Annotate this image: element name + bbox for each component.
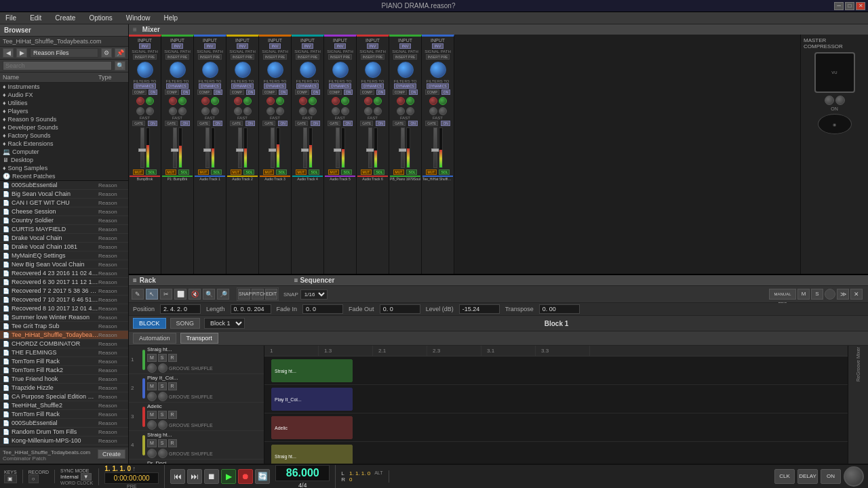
track-vol-knob[interactable] — [158, 449, 167, 458]
track-r-btn[interactable]: R — [168, 354, 177, 362]
fadeout-value[interactable]: 0. 0 — [380, 304, 420, 314]
menu-edit[interactable]: Edit — [27, 14, 44, 22]
browser-item[interactable]: 📄 MyMainEQ Settings Reason — [0, 251, 128, 260]
ch-gate-on-btn[interactable]: ON — [311, 121, 320, 126]
track-content-row-3[interactable]: Straig ht... — [264, 442, 848, 464]
ch-fader[interactable] — [205, 127, 210, 168]
ch-insert-btn[interactable]: INSERT PRE — [263, 54, 288, 60]
fadein-value[interactable]: 0. 0 — [302, 304, 343, 314]
ch-ratio-knob[interactable] — [178, 97, 186, 105]
ch-solo-btn[interactable]: SOL — [439, 169, 450, 175]
browser-item[interactable]: 📄 Drake Vocal Chain 1081 Reason — [0, 243, 128, 251]
seq-snap-btn[interactable]: SNAP — [238, 289, 250, 300]
cat-recent[interactable]: 🕐 Recent Patches — [0, 172, 128, 180]
record-display[interactable]: ○ — [28, 474, 39, 483]
ch-ratio-knob[interactable] — [276, 97, 284, 105]
ch-on-btn[interactable]: ON — [311, 89, 321, 95]
ch-inv-btn[interactable]: INV — [302, 43, 313, 49]
ch-main-knob[interactable] — [430, 62, 446, 78]
ch-ratio-knob[interactable] — [341, 97, 349, 105]
stop-btn[interactable]: ⏹ — [204, 469, 219, 484]
seq-tempo-knob[interactable] — [825, 289, 835, 300]
length-value[interactable]: 0. 0. 0. 204 — [231, 304, 271, 314]
ch-gate-on-btn[interactable]: ON — [148, 121, 157, 126]
ch-inv-btn[interactable]: INV — [334, 43, 345, 49]
ch-fader[interactable] — [433, 127, 437, 168]
seq-tool-select[interactable]: ↖ — [146, 289, 158, 300]
browser-forward-btn[interactable]: ▶ — [16, 48, 27, 58]
ch-insert-btn[interactable]: INSERT PRE — [426, 54, 450, 60]
track-r-btn[interactable]: R — [168, 439, 177, 447]
ch-insert-btn[interactable]: INSERT PRE — [133, 54, 157, 60]
track-block-0[interactable]: Straig ht... — [271, 359, 353, 382]
ch-release-knob[interactable] — [146, 107, 154, 115]
ch-main-knob[interactable] — [202, 62, 218, 78]
ch-main-knob[interactable] — [137, 62, 153, 78]
cat-computer[interactable]: 💻 Computer — [0, 148, 128, 156]
track-vol-knob[interactable] — [158, 363, 167, 373]
ch-threshold-knob[interactable] — [234, 97, 242, 105]
ch-release-knob[interactable] — [439, 107, 447, 115]
ch-mute-btn[interactable]: MUT — [165, 169, 177, 175]
ch-fader[interactable] — [173, 127, 177, 168]
on-btn[interactable]: ON — [821, 469, 841, 484]
seq-m-btn[interactable]: M — [797, 289, 810, 300]
ch-threshold-knob[interactable] — [397, 97, 405, 105]
cat-factory[interactable]: ♦ Factory Sounds — [0, 131, 128, 140]
browser-item[interactable]: 📄 CAN I GET WIT CHU Reason — [0, 199, 128, 207]
cat-audio-fx[interactable]: ♦ Audio FX — [0, 91, 128, 99]
ch-attack-knob[interactable] — [169, 107, 177, 115]
cat-players[interactable]: ♦ Players — [0, 107, 128, 115]
master-threshold-knob[interactable] — [825, 96, 834, 105]
ch-ratio-knob[interactable] — [211, 97, 219, 105]
track-block-1[interactable]: Play It_Col... — [271, 388, 353, 411]
ch-gate-on-btn[interactable]: ON — [213, 121, 222, 126]
ch-threshold-knob[interactable] — [136, 97, 144, 105]
ch-inv-btn[interactable]: INV — [269, 43, 280, 49]
ch-insert-btn[interactable]: INSERT PRE — [361, 54, 385, 60]
track-content-row-0[interactable]: Straig ht... — [264, 357, 848, 385]
ch-dyn-btn[interactable]: DYNAMICS — [394, 83, 416, 89]
cat-utilities[interactable]: ♦ Utilities — [0, 99, 128, 107]
ch-solo-btn[interactable]: SOL — [309, 169, 319, 175]
seq-track-2[interactable]: 3 Adelic M S R GROOVE SHUFFLE — [129, 403, 264, 431]
cat-song-samples[interactable]: ♦ Song Samples — [0, 164, 128, 172]
track-pan-knob[interactable] — [147, 392, 157, 401]
ch-gate-on-btn[interactable]: ON — [278, 121, 288, 126]
ch-attack-knob[interactable] — [364, 107, 372, 115]
menu-help[interactable]: Help — [161, 14, 180, 22]
ch-insert-btn[interactable]: INSERT PRE — [198, 54, 222, 60]
ch-inv-btn[interactable]: INV — [399, 43, 410, 49]
menu-options[interactable]: Options — [86, 14, 115, 22]
browser-item[interactable]: 📄 Summer love Winter Reason Reason — [0, 313, 128, 322]
browser-search-btn[interactable]: 🔍 — [115, 61, 125, 70]
track-content-row-2[interactable]: Adelic — [264, 413, 848, 442]
ch-threshold-knob[interactable] — [267, 97, 275, 105]
ch-release-knob[interactable] — [276, 107, 284, 115]
ch-insert-btn[interactable]: INSERT PRE — [165, 54, 190, 60]
seq-close-btn[interactable]: ✕ — [850, 289, 863, 300]
ch-attack-knob[interactable] — [332, 107, 340, 115]
ch-main-knob[interactable] — [235, 62, 251, 78]
position-value[interactable]: 2. 4. 2. 0 — [160, 304, 201, 314]
rewind-btn[interactable]: ⏮ — [170, 469, 185, 484]
ch-dyn-btn[interactable]: DYNAMICS — [427, 83, 448, 89]
ch-solo-btn[interactable]: SOL — [243, 169, 254, 175]
ch-gate-btn[interactable]: GATE — [165, 121, 178, 126]
ch-attack-knob[interactable] — [299, 107, 307, 115]
ch-dyn-btn[interactable]: DYNAMICS — [166, 83, 188, 89]
browser-item[interactable]: 📄 Country Soldier Reason — [0, 216, 128, 225]
ch-threshold-knob[interactable] — [332, 97, 340, 105]
seq-tool-pencil[interactable]: ✎ — [132, 289, 144, 300]
seq-s-btn[interactable]: S — [811, 289, 823, 300]
ch-fader[interactable] — [368, 127, 372, 168]
track-s-btn[interactable]: S — [158, 354, 167, 362]
browser-item[interactable]: 📄 000SubEssential Reason — [0, 181, 128, 190]
ch-fader[interactable] — [401, 127, 405, 168]
ch-mute-btn[interactable]: MUT — [133, 169, 144, 175]
record-btn[interactable]: ⏺ — [238, 469, 253, 484]
ch-gate-btn[interactable]: GATE — [328, 121, 340, 126]
ch-fader[interactable] — [271, 127, 275, 168]
ch-gate-on-btn[interactable]: ON — [343, 121, 353, 126]
ch-solo-btn[interactable]: SOL — [178, 169, 189, 175]
